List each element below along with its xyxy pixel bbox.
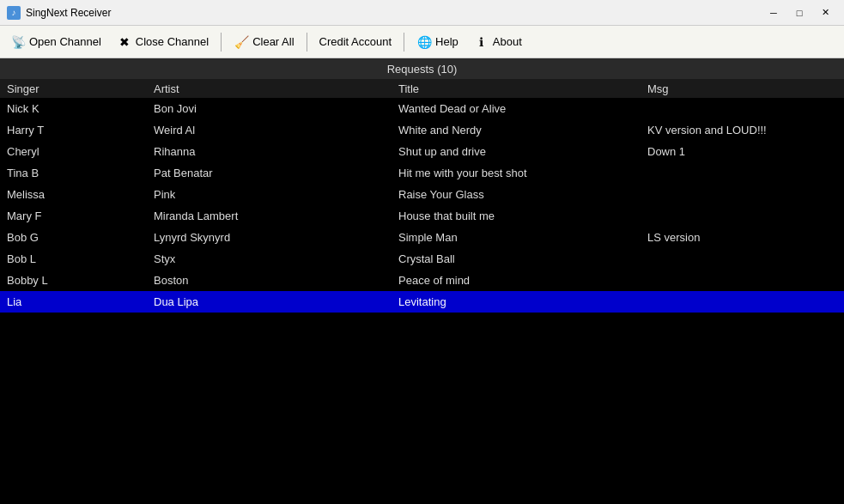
separator-3 — [404, 33, 404, 52]
close-button[interactable]: ✕ — [813, 4, 837, 21]
about-button[interactable]: ℹ About — [467, 29, 529, 55]
window-title: SingNext Receiver — [26, 7, 111, 19]
clear-all-button[interactable]: 🧹 Clear All — [227, 29, 301, 55]
open-channel-icon: 📡 — [10, 34, 26, 50]
title-bar-left: ♪ SingNext Receiver — [7, 6, 111, 20]
table-row[interactable]: Lia Dua Lipa Levitating — [0, 291, 844, 313]
table-body: Nick K Bon Jovi Wanted Dead or Alive Har… — [0, 98, 844, 313]
cell-artist: Styx — [154, 252, 398, 265]
title-bar: ♪ SingNext Receiver ─ □ ✕ — [0, 0, 844, 26]
column-headers: Singer Artist Title Msg — [0, 79, 844, 98]
cell-singer: Lia — [3, 295, 154, 308]
maximize-button[interactable]: □ — [787, 4, 811, 21]
cell-title: Crystal Ball — [398, 252, 647, 265]
cell-title: Shut up and drive — [398, 145, 647, 158]
cell-singer: Bobby L — [3, 274, 154, 287]
close-channel-label: Close Channel — [136, 35, 209, 48]
help-label: Help — [435, 35, 458, 48]
cell-title: Peace of mind — [398, 274, 647, 287]
open-channel-label: Open Channel — [29, 35, 101, 48]
cell-artist: Miranda Lambert — [154, 209, 398, 222]
table-row[interactable]: Nick K Bon Jovi Wanted Dead or Alive — [0, 98, 844, 119]
about-label: About — [493, 35, 522, 48]
cell-title: White and Nerdy — [398, 124, 647, 137]
requests-bar: Requests (10) — [0, 58, 844, 79]
table-row[interactable]: Cheryl Rihanna Shut up and drive Down 1 — [0, 141, 844, 162]
table-row[interactable]: Bob G Lynyrd Skynyrd Simple Man LS versi… — [0, 227, 844, 248]
table-row[interactable]: Mary F Miranda Lambert House that built … — [0, 205, 844, 227]
cell-singer: Tina B — [3, 167, 154, 179]
cell-title: Hit me with your best shot — [398, 167, 647, 179]
requests-label: Requests (10) — [387, 63, 458, 76]
about-icon: ℹ — [474, 34, 489, 50]
header-title: Title — [398, 82, 647, 95]
open-channel-button[interactable]: 📡 Open Channel — [3, 29, 108, 55]
cell-title: House that built me — [398, 209, 647, 222]
toolbar: 📡 Open Channel ✖ Close Channel 🧹 Clear A… — [0, 26, 844, 58]
cell-artist: Weird Al — [154, 124, 398, 137]
cell-artist: Bon Jovi — [154, 102, 398, 115]
cell-artist: Dua Lipa — [154, 295, 398, 308]
separator-1 — [221, 33, 222, 52]
cell-msg: Down 1 — [647, 145, 841, 158]
header-msg: Msg — [647, 82, 841, 95]
close-channel-button[interactable]: ✖ Close Channel — [110, 29, 216, 55]
credit-account-label: Credit Account — [319, 35, 392, 48]
separator-2 — [307, 33, 307, 52]
cell-artist: Rihanna — [154, 145, 398, 158]
cell-title: Levitating — [398, 295, 647, 308]
cell-title: Wanted Dead or Alive — [398, 102, 647, 115]
clear-all-icon: 🧹 — [234, 34, 249, 50]
cell-singer: Cheryl — [3, 145, 154, 158]
cell-title: Raise Your Glass — [398, 188, 647, 201]
cell-artist: Lynyrd Skynyrd — [154, 231, 398, 244]
cell-msg: KV version and LOUD!!! — [647, 124, 841, 137]
help-icon: 🌐 — [416, 34, 432, 50]
header-singer: Singer — [3, 82, 154, 95]
header-artist: Artist — [154, 82, 398, 95]
minimize-button[interactable]: ─ — [762, 4, 786, 21]
table-row[interactable]: Harry T Weird Al White and Nerdy KV vers… — [0, 119, 844, 141]
cell-artist: Boston — [154, 274, 398, 287]
cell-msg: LS version — [647, 231, 841, 244]
window-controls: ─ □ ✕ — [762, 4, 837, 21]
clear-all-label: Clear All — [252, 35, 294, 48]
cell-singer: Mary F — [3, 209, 154, 222]
close-channel-icon: ✖ — [117, 34, 132, 50]
cell-singer: Bob L — [3, 252, 154, 265]
cell-singer: Melissa — [3, 188, 154, 201]
help-button[interactable]: 🌐 Help — [410, 29, 465, 55]
cell-artist: Pink — [154, 188, 398, 201]
table-row[interactable]: Tina B Pat Benatar Hit me with your best… — [0, 162, 844, 184]
table-row[interactable]: Bobby L Boston Peace of mind — [0, 270, 844, 291]
cell-singer: Bob G — [3, 231, 154, 244]
cell-singer: Nick K — [3, 102, 154, 115]
cell-title: Simple Man — [398, 231, 647, 244]
table-row[interactable]: Melissa Pink Raise Your Glass — [0, 184, 844, 205]
table-row[interactable]: Bob L Styx Crystal Ball — [0, 248, 844, 270]
cell-singer: Harry T — [3, 124, 154, 137]
credit-account-button[interactable]: Credit Account — [313, 29, 399, 55]
cell-artist: Pat Benatar — [154, 167, 398, 179]
app-icon: ♪ — [7, 6, 21, 20]
